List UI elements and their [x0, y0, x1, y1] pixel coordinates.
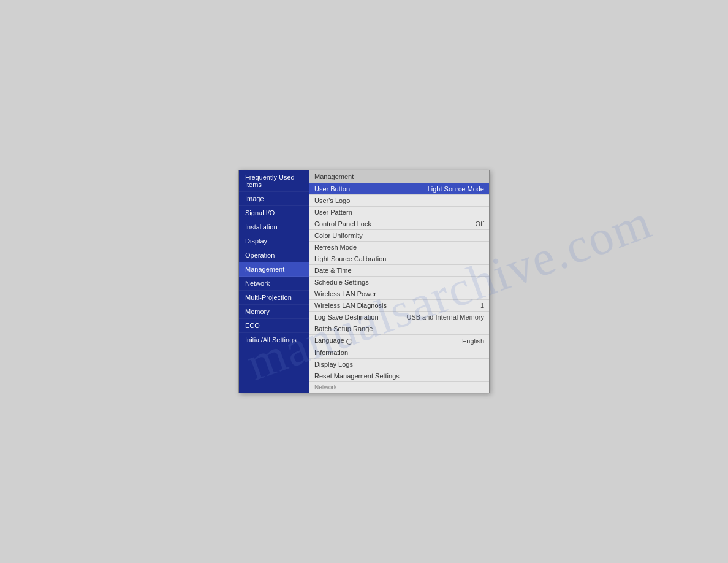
sidebar-item-memory[interactable]: Memory	[239, 305, 309, 319]
globe-icon	[346, 339, 352, 345]
sidebar-item-operation[interactable]: Operation	[239, 248, 309, 262]
menu-row-label-13: Language	[314, 337, 462, 344]
sidebar-item-display[interactable]: Display	[239, 234, 309, 248]
menu-row-label-2: User Pattern	[314, 209, 484, 216]
menu-row-9[interactable]: Wireless LAN Power	[309, 288, 489, 300]
sidebar-item-eco[interactable]: ECO	[239, 319, 309, 333]
sidebar-item-initial-all-settings[interactable]: Initial/All Settings	[239, 333, 309, 347]
menu-row-16[interactable]: Reset Management Settings	[309, 370, 489, 382]
sidebar-item-image[interactable]: Image	[239, 192, 309, 206]
sidebar-item-frequently-used-items[interactable]: Frequently Used Items	[239, 170, 309, 192]
menu-row-label-14: Information	[314, 349, 484, 356]
menu-list: User ButtonLight Source ModeUser's LogoU…	[309, 183, 489, 381]
menu-row-3[interactable]: Control Panel LockOff	[309, 218, 489, 230]
sidebar-item-signal-io[interactable]: Signal I/O	[239, 206, 309, 220]
main-panel: Management User ButtonLight Source ModeU…	[309, 170, 489, 392]
menu-row-13[interactable]: LanguageEnglish	[309, 335, 489, 347]
menu-row-label-10: Wireless LAN Diagnosis	[314, 302, 480, 309]
sidebar-item-installation[interactable]: Installation	[239, 220, 309, 234]
truncated-label: Network	[309, 382, 489, 393]
menu-row-5[interactable]: Refresh Mode	[309, 242, 489, 253]
menu-row-1[interactable]: User's Logo	[309, 195, 489, 207]
menu-row-label-1: User's Logo	[314, 197, 484, 204]
menu-row-label-15: Display Logs	[314, 361, 484, 368]
menu-row-2[interactable]: User Pattern	[309, 207, 489, 218]
menu-row-11[interactable]: Log Save DestinationUSB and Internal Mem…	[309, 312, 489, 323]
menu-row-14[interactable]: Information	[309, 347, 489, 359]
menu-row-label-11: Log Save Destination	[314, 313, 406, 321]
menu-row-label-6: Light Source Calibration	[314, 255, 484, 262]
sidebar-item-multi-projection[interactable]: Multi-Projection	[239, 291, 309, 305]
menu-row-label-4: Color Uniformity	[314, 232, 484, 239]
panel-title: Management	[309, 170, 489, 183]
menu-row-6[interactable]: Light Source Calibration	[309, 253, 489, 265]
menu-row-12[interactable]: Batch Setup Range	[309, 323, 489, 335]
menu-row-value-0: Light Source Mode	[428, 185, 484, 193]
menu-row-value-13: English	[462, 337, 484, 345]
menu-row-10[interactable]: Wireless LAN Diagnosis1	[309, 300, 489, 312]
menu-row-4[interactable]: Color Uniformity	[309, 230, 489, 242]
sidebar-item-network[interactable]: Network	[239, 277, 309, 291]
menu-row-value-11: USB and Internal Memory	[406, 313, 484, 321]
menu-row-label-3: Control Panel Lock	[314, 220, 476, 228]
sidebar-item-management[interactable]: Management	[239, 262, 309, 277]
menu-row-value-10: 1	[480, 302, 484, 309]
ui-container: Frequently Used ItemsImageSignal I/OInst…	[238, 170, 490, 393]
menu-row-label-9: Wireless LAN Power	[314, 290, 484, 297]
menu-row-8[interactable]: Schedule Settings	[309, 277, 489, 288]
menu-row-value-3: Off	[476, 220, 484, 228]
menu-row-label-8: Schedule Settings	[314, 278, 484, 286]
menu-row-label-16: Reset Management Settings	[314, 372, 484, 380]
menu-row-7[interactable]: Date & Time	[309, 265, 489, 277]
menu-row-label-0: User Button	[314, 185, 428, 193]
menu-row-label-5: Refresh Mode	[314, 243, 484, 251]
menu-row-label-7: Date & Time	[314, 267, 484, 274]
menu-row-label-12: Batch Setup Range	[314, 325, 484, 332]
sidebar: Frequently Used ItemsImageSignal I/OInst…	[239, 170, 309, 392]
menu-row-15[interactable]: Display Logs	[309, 359, 489, 370]
menu-row-0[interactable]: User ButtonLight Source Mode	[309, 183, 489, 195]
